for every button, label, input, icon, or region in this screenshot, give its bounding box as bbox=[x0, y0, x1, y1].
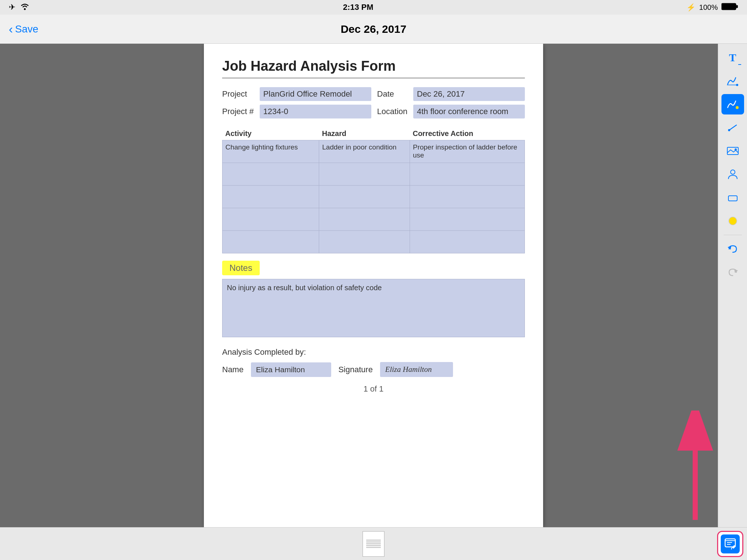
table-row bbox=[222, 208, 525, 231]
project-num-value[interactable]: 1234-0 bbox=[260, 105, 371, 118]
name-label: Name bbox=[222, 365, 244, 374]
analysis-section: Analysis Completed by: Name Eliza Hamilt… bbox=[222, 347, 525, 377]
svg-point-9 bbox=[735, 148, 737, 151]
redo-button[interactable] bbox=[721, 262, 744, 283]
table-cell-1-corrective[interactable] bbox=[410, 163, 525, 186]
color-tool-button[interactable] bbox=[721, 211, 744, 231]
table-cell-1-activity[interactable] bbox=[222, 163, 319, 186]
table-cell-3-activity[interactable] bbox=[222, 208, 319, 231]
table-cell-3-corrective[interactable] bbox=[410, 208, 525, 231]
edit-button[interactable] bbox=[717, 531, 743, 557]
table-row bbox=[222, 186, 525, 208]
line-tool-button[interactable] bbox=[721, 117, 744, 138]
status-bar-right: ⚡ 100% bbox=[686, 3, 738, 12]
col-activity-header: Activity bbox=[222, 127, 319, 140]
analysis-title: Analysis Completed by: bbox=[222, 347, 525, 357]
status-bar-left: ✈ bbox=[9, 2, 30, 12]
text-tool-button[interactable]: T bbox=[721, 47, 744, 68]
name-value[interactable]: Eliza Hamilton bbox=[251, 362, 331, 377]
battery-icon bbox=[721, 3, 738, 12]
toolbar-separator-1 bbox=[724, 235, 742, 235]
table-cell-3-hazard[interactable] bbox=[319, 208, 410, 231]
table-cell-0-hazard[interactable]: Ladder in poor condition bbox=[319, 140, 410, 163]
svg-point-12 bbox=[729, 217, 737, 225]
svg-rect-11 bbox=[728, 196, 737, 201]
status-bar: ✈ 2:13 PM ⚡ 100% bbox=[0, 0, 747, 15]
form-title: Job Hazard Analysis Form bbox=[222, 58, 525, 78]
table-cell-0-corrective[interactable]: Proper inspection of ladder before use bbox=[410, 140, 525, 163]
wifi-icon bbox=[20, 2, 30, 12]
signature-label: Signature bbox=[338, 365, 373, 374]
svg-point-4 bbox=[736, 84, 738, 86]
chevron-left-icon: ‹ bbox=[9, 22, 13, 36]
svg-line-21 bbox=[731, 547, 732, 549]
page-thumbnail[interactable] bbox=[363, 531, 384, 557]
bottom-bar bbox=[0, 527, 747, 560]
col-corrective-header: Corrective Action bbox=[410, 127, 525, 140]
svg-line-7 bbox=[729, 125, 736, 130]
bluetooth-icon: ⚡ bbox=[686, 3, 696, 12]
table-row bbox=[222, 163, 525, 186]
page-indicator: 1 of 1 bbox=[222, 384, 525, 394]
table-cell-4-hazard[interactable] bbox=[319, 231, 410, 253]
back-label: Save bbox=[15, 23, 38, 35]
airplane-icon: ✈ bbox=[9, 3, 15, 12]
document: Job Hazard Analysis Form Project PlanGri… bbox=[204, 44, 543, 527]
nav-bar: ‹ Save Dec 26, 2017 bbox=[0, 15, 747, 44]
edit-icon bbox=[721, 534, 740, 553]
notes-label: Notes bbox=[222, 261, 260, 275]
svg-point-5 bbox=[736, 106, 739, 109]
notes-label-wrapper: Notes bbox=[222, 261, 525, 275]
col-hazard-header: Hazard bbox=[319, 127, 410, 140]
notes-box[interactable]: No injury as a result, but violation of … bbox=[222, 279, 525, 337]
table-cell-2-hazard[interactable] bbox=[319, 186, 410, 208]
right-toolbar: T bbox=[718, 44, 747, 527]
project-num-label: Project # bbox=[222, 107, 254, 116]
signature-row: Name Eliza Hamilton Signature Eliza Hami… bbox=[222, 362, 525, 377]
table-cell-2-activity[interactable] bbox=[222, 186, 319, 208]
svg-point-10 bbox=[731, 170, 735, 174]
nav-title: Dec 26, 2017 bbox=[341, 23, 406, 35]
table-row bbox=[222, 231, 525, 253]
location-label: Location bbox=[377, 107, 407, 116]
table-cell-4-activity[interactable] bbox=[222, 231, 319, 253]
eraser-tool-button[interactable] bbox=[721, 187, 744, 208]
project-value[interactable]: PlanGrid Office Remodel bbox=[260, 87, 371, 101]
location-value[interactable]: 4th floor conference room bbox=[413, 105, 525, 118]
status-time: 2:13 PM bbox=[343, 3, 373, 12]
battery-percent: 100% bbox=[699, 3, 718, 12]
table-cell-1-hazard[interactable] bbox=[319, 163, 410, 186]
svg-rect-1 bbox=[721, 3, 736, 10]
table-cell-4-corrective[interactable] bbox=[410, 231, 525, 253]
stamp-tool-button[interactable] bbox=[721, 164, 744, 184]
svg-point-0 bbox=[24, 8, 26, 10]
hazard-table: Activity Hazard Corrective Action Change… bbox=[222, 127, 525, 253]
signature-value[interactable]: Eliza Hamilton bbox=[380, 362, 453, 377]
signature-tool-button[interactable] bbox=[721, 71, 744, 91]
project-label: Project bbox=[222, 89, 254, 99]
image-tool-button[interactable] bbox=[721, 141, 744, 161]
table-cell-0-activity[interactable]: Change lighting fixtures bbox=[222, 140, 319, 163]
date-value[interactable]: Dec 26, 2017 bbox=[413, 87, 525, 101]
main-area: Job Hazard Analysis Form Project PlanGri… bbox=[0, 44, 747, 527]
date-label: Date bbox=[377, 89, 407, 99]
table-cell-2-corrective[interactable] bbox=[410, 186, 525, 208]
undo-button[interactable] bbox=[721, 239, 744, 259]
back-button[interactable]: ‹ Save bbox=[9, 22, 38, 36]
pen-tool-button[interactable] bbox=[721, 94, 744, 114]
form-fields: Project PlanGrid Office Remodel Date Dec… bbox=[222, 87, 525, 118]
svg-rect-2 bbox=[736, 5, 738, 8]
table-row: Change lighting fixturesLadder in poor c… bbox=[222, 140, 525, 163]
